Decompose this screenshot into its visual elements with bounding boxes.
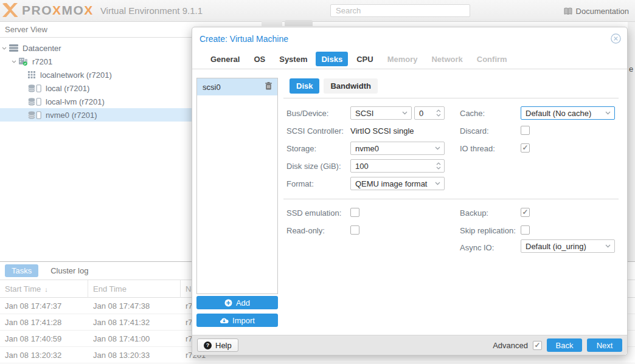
tab-general[interactable]: General [205,52,245,66]
tab-cluster-log[interactable]: Cluster log [47,264,92,277]
help-button[interactable]: ? Help [197,338,238,352]
cache-select[interactable]: Default (No cache) [521,106,615,120]
occluded-content-panel: e [628,22,635,261]
spinner-arrows-icon [436,109,441,117]
storage-icon [28,111,41,119]
divider [283,199,619,199]
add-disk-button[interactable]: Add [196,296,278,309]
advanced-checkbox[interactable] [533,341,542,350]
tree-item-storage-local[interactable]: local (r7201) [0,81,192,95]
proxmox-x-icon [1,3,18,18]
tree-item-storage-nvme0[interactable]: nvme0 (r7201) [0,108,192,122]
bus-number-spinner[interactable]: 0 [414,106,445,120]
dialog-title: Create: Virtual Machine [200,34,288,44]
tab-cpu[interactable]: CPU [351,52,378,66]
tab-network: Network [426,52,468,66]
sort-arrow-icon: ↓ [44,286,48,293]
disk-list-item-scsi0[interactable]: scsi0 [197,78,277,95]
question-circle-icon: ? [204,342,212,349]
dialog-footer: ? Help Advanced Back Next [192,335,627,355]
column-header-start-time[interactable]: Start Time ↓ [0,280,88,298]
divider [283,98,619,98]
back-button[interactable]: Back [547,338,582,352]
tab-system[interactable]: System [274,52,313,66]
occluded-toolbar-fragment [262,20,282,26]
bus-select[interactable]: SCSI [350,106,412,120]
proxmox-app: PROXMOX Virtual Environment 9.1.1 Docume… [0,0,635,364]
tree-item-storage-local-lvm[interactable]: local-lvm (r7201) [0,95,192,108]
chevron-down-icon[interactable] [1,47,7,50]
chevron-down-icon[interactable] [11,60,17,63]
network-grid-icon [28,71,35,78]
advanced-label: Advanced [493,341,528,350]
node-icon [19,58,28,66]
chevron-down-icon [435,146,440,150]
tree-item-localnetwork[interactable]: localnetwork (r7201) [0,68,192,81]
tree-item-node-r7201[interactable]: r7201 [0,55,192,68]
product-version: Virtual Environment 9.1.1 [100,5,203,16]
resource-tree: Datacenter r7201 [0,41,192,122]
tab-memory: Memory [382,52,423,66]
wizard-tab-bar: General OS System Disks CPU Memory Netwo… [192,52,627,69]
trash-icon[interactable] [265,82,272,92]
storage-select[interactable]: nvme0 [350,142,445,155]
chevron-down-icon [605,111,611,115]
chevron-down-icon [402,111,408,115]
tab-os[interactable]: OS [248,52,271,66]
occluded-toolbar-fragment [285,20,313,26]
disk-subtabs: Disk Bandwidth [290,78,378,94]
tab-confirm: Confirm [471,52,513,66]
storage-icon [28,84,41,92]
async-io-select[interactable]: Default (io_uring) [521,239,615,253]
storage-icon [28,98,41,106]
book-icon [564,7,572,15]
spinner-arrows-icon [436,162,441,170]
tab-bandwidth[interactable]: Bandwidth [324,78,377,94]
backup-checkbox[interactable] [521,208,530,217]
scsi-controller-value: VirtIO SCSI single [350,124,414,137]
skip-replication-checkbox[interactable] [521,225,530,235]
column-header-end-time[interactable]: End Time [88,280,181,298]
create-vm-dialog: Create: Virtual Machine General OS Syste… [192,27,628,355]
server-icon [9,44,18,52]
next-button[interactable]: Next [587,338,622,352]
plus-circle-icon [224,299,232,307]
format-select[interactable]: QEMU image format [350,177,445,190]
ssd-emulation-checkbox[interactable] [350,208,359,217]
documentation-button[interactable]: Documentation [560,4,633,18]
view-selector[interactable]: Server View [0,22,192,38]
chevron-down-icon [435,182,440,185]
import-disk-button[interactable]: Import [196,314,278,327]
disk-list: scsi0 [196,78,278,294]
logo-wordmark: PROXMOX [22,3,94,18]
discard-checkbox[interactable] [521,126,530,135]
chevron-down-icon [605,244,611,248]
disk-size-spinner[interactable]: 100 [350,159,445,173]
tab-disk[interactable]: Disk [290,78,319,94]
tab-tasks[interactable]: Tasks [5,264,38,277]
tree-item-datacenter[interactable]: Datacenter [0,41,192,55]
proxmox-logo: PROXMOX Virtual Environment 9.1.1 [1,3,203,18]
read-only-checkbox[interactable] [350,225,359,235]
close-icon[interactable] [611,33,621,44]
cloud-download-icon [220,317,229,324]
tab-disks[interactable]: Disks [316,52,348,66]
app-header: PROXMOX Virtual Environment 9.1.1 Docume… [0,0,635,22]
io-thread-checkbox[interactable] [521,143,530,153]
occluded-text-fragment: e [629,64,633,74]
search-input[interactable] [330,4,470,17]
